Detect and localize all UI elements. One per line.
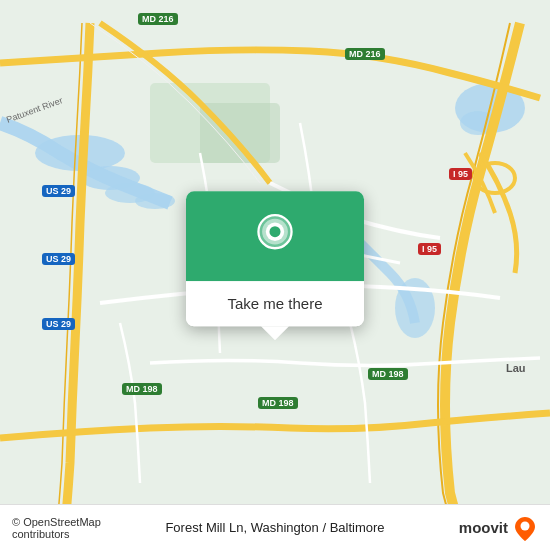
popup-card: Take me there bbox=[186, 191, 364, 326]
road-label-i95-2: I 95 bbox=[418, 243, 441, 255]
map-container: US 29 US 29 US 29 MD 216 MD 216 MD 198 M… bbox=[0, 0, 550, 550]
road-label-md198-2: MD 198 bbox=[258, 397, 298, 409]
road-label-md198-3: MD 198 bbox=[368, 368, 408, 380]
location-name: Forest Mill Ln, Washington / Baltimore bbox=[144, 520, 407, 535]
moovit-brand-icon bbox=[512, 515, 538, 541]
road-label-us29-3: US 29 bbox=[42, 318, 75, 330]
road-label-us29-1: US 29 bbox=[42, 185, 75, 197]
svg-point-16 bbox=[521, 521, 530, 530]
svg-point-14 bbox=[269, 226, 280, 237]
moovit-brand-text: moovit bbox=[459, 519, 508, 536]
osm-credit: © OpenStreetMap contributors bbox=[12, 516, 144, 540]
moovit-logo: moovit bbox=[407, 515, 539, 541]
road-label-i95-1: I 95 bbox=[449, 168, 472, 180]
popup-green-area bbox=[186, 191, 364, 281]
road-label-md216-2: MD 216 bbox=[345, 48, 385, 60]
road-label-us29-2: US 29 bbox=[42, 253, 75, 265]
location-pin-icon bbox=[256, 213, 294, 259]
laurel-label: Lau bbox=[506, 362, 526, 374]
bottom-bar: © OpenStreetMap contributors Forest Mill… bbox=[0, 504, 550, 550]
take-me-there-button[interactable]: Take me there bbox=[186, 281, 364, 326]
road-label-md198-1: MD 198 bbox=[122, 383, 162, 395]
road-label-md216-1: MD 216 bbox=[138, 13, 178, 25]
